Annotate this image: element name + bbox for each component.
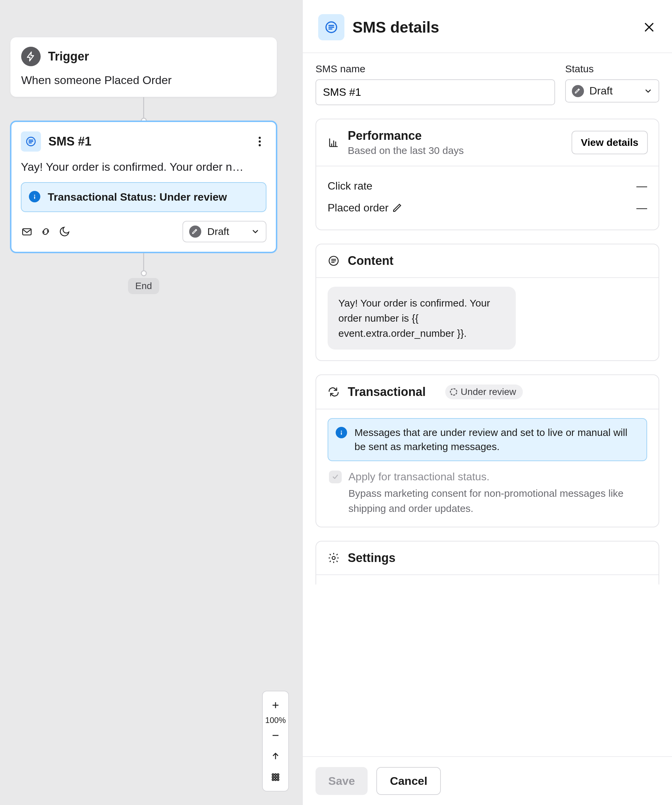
card-status-dropdown[interactable]: Draft (182, 221, 266, 242)
panel-title: SMS details (352, 18, 634, 36)
metric-row-click-rate: Click rate — (328, 175, 647, 197)
svg-rect-5 (34, 196, 35, 199)
svg-point-2 (259, 141, 261, 143)
apply-label: Apply for transactional status. (348, 471, 646, 483)
details-panel: SMS details SMS name Status Draft (302, 0, 672, 805)
svg-point-20 (332, 557, 335, 560)
svg-rect-6 (23, 228, 31, 235)
apply-checkbox[interactable] (329, 471, 342, 483)
panel-footer: Save Cancel (303, 756, 672, 805)
content-section: Content Yay! Your order is confirmed. Yo… (316, 244, 659, 361)
repeat-icon (327, 385, 340, 399)
panel-header: SMS details (303, 0, 672, 53)
svg-point-8 (275, 774, 277, 775)
cancel-button[interactable]: Cancel (376, 767, 441, 795)
connector (143, 253, 144, 273)
view-details-button[interactable]: View details (572, 131, 648, 154)
svg-point-9 (277, 774, 279, 775)
bar-chart-icon (327, 136, 340, 149)
zoom-in-button[interactable] (263, 695, 288, 716)
apply-description: Bypass marketing consent for non-promoti… (348, 486, 646, 516)
status-banner-text: Transactional Status: Under review (48, 190, 227, 205)
edit-metric-icon[interactable] (393, 203, 403, 213)
metric-value: — (636, 180, 647, 192)
moon-icon (59, 225, 70, 238)
sms-card[interactable]: SMS #1 Yay! Your order is confirmed. You… (10, 121, 277, 253)
sms-preview-text: Yay! Your order is confirmed. Your order… (21, 160, 266, 173)
status-banner: Transactional Status: Under review (21, 182, 266, 212)
svg-point-18 (341, 430, 342, 432)
close-panel-button[interactable] (642, 20, 657, 34)
sms-name-input[interactable] (316, 79, 555, 105)
zoom-level: 100% (265, 716, 285, 725)
sms-card-title: SMS #1 (48, 135, 246, 149)
status-dropdown[interactable]: Draft (565, 79, 659, 102)
svg-point-7 (272, 774, 274, 775)
draft-status-icon (189, 225, 201, 238)
svg-point-12 (277, 776, 279, 778)
transactional-title: Transactional (348, 385, 426, 399)
card-menu-button[interactable] (253, 135, 266, 148)
zoom-toolbar: 100% (262, 691, 289, 792)
transactional-notice: Messages that are under review and set t… (328, 418, 647, 461)
performance-section: Performance Based on the last 30 days Vi… (316, 119, 659, 230)
panel-icon (318, 14, 344, 40)
trigger-title: Trigger (48, 49, 89, 64)
settings-title: Settings (348, 551, 395, 565)
chevron-down-icon (251, 227, 260, 236)
trigger-card[interactable]: Trigger When someone Placed Order (10, 37, 277, 97)
metric-label: Placed order (328, 202, 388, 214)
metric-value: — (636, 202, 647, 214)
svg-point-3 (259, 144, 261, 146)
chevron-down-icon (644, 87, 652, 95)
transactional-status-pill: Under review (445, 384, 523, 399)
gear-icon (327, 551, 340, 565)
transactional-status-text: Under review (461, 386, 516, 397)
grid-button[interactable] (263, 767, 288, 787)
transactional-section: Transactional Under review Messages that… (316, 375, 659, 527)
content-preview: Yay! Your order is confirmed. Your order… (328, 287, 516, 350)
svg-point-1 (259, 137, 261, 139)
svg-rect-19 (341, 432, 342, 435)
svg-point-10 (272, 776, 274, 778)
performance-sub: Based on the last 30 days (348, 145, 564, 156)
status-label: Status (565, 63, 659, 75)
sms-icon (21, 131, 41, 151)
fit-view-button[interactable] (263, 746, 288, 767)
mail-icon (21, 225, 33, 238)
transactional-notice-text: Messages that are under review and set t… (354, 426, 639, 454)
connector (143, 97, 144, 121)
status-value: Draft (589, 85, 638, 97)
svg-point-13 (272, 779, 274, 780)
bolt-icon (21, 47, 41, 66)
flow-canvas[interactable]: Trigger When someone Placed Order SMS #1… (0, 0, 302, 805)
info-icon (336, 427, 347, 438)
metric-label: Click rate (328, 180, 372, 192)
svg-point-15 (277, 779, 279, 780)
trigger-description: When someone Placed Order (21, 74, 266, 87)
flow-end: End (128, 278, 160, 294)
metric-row-placed-order: Placed order — (328, 197, 647, 219)
info-icon (29, 191, 40, 202)
zoom-out-button[interactable] (263, 725, 288, 746)
draft-status-icon (572, 85, 584, 97)
save-button[interactable]: Save (316, 767, 367, 795)
pending-icon (450, 388, 457, 396)
message-icon (327, 254, 340, 268)
svg-point-11 (275, 776, 277, 778)
svg-point-14 (275, 779, 277, 780)
sms-name-label: SMS name (316, 63, 555, 75)
content-title: Content (348, 254, 393, 268)
settings-section: Settings (316, 541, 659, 585)
apply-transactional-row: Apply for transactional status. Bypass m… (328, 471, 647, 516)
svg-point-4 (34, 195, 35, 196)
performance-title: Performance (348, 129, 564, 143)
link-icon (39, 225, 52, 238)
card-status-label: Draft (207, 226, 245, 237)
